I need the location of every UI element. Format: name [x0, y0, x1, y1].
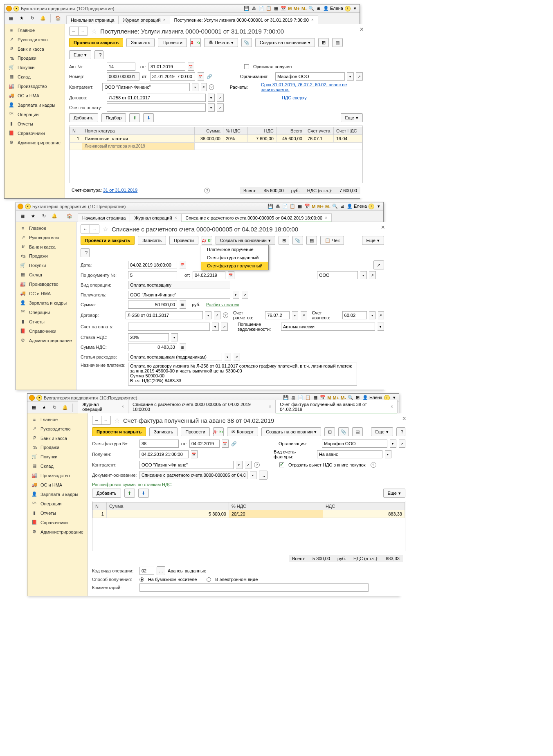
zoom-icon[interactable]: 🔍	[308, 6, 314, 11]
side-bank[interactable]: ₽Банк и касса	[4, 44, 65, 54]
dog-input[interactable]	[126, 311, 203, 319]
more-button[interactable]: Еще ▾	[341, 113, 363, 122]
side-main[interactable]: ≡Главное	[16, 224, 76, 233]
dropdown-icon[interactable]: ▾	[250, 471, 256, 479]
ellipsis-button[interactable]: ...	[259, 471, 268, 480]
tab-doc2[interactable]: Списание с расчетного счета 0000-000005 …	[128, 400, 276, 413]
check-button[interactable]: 📋 Чек	[320, 236, 344, 245]
side-refs[interactable]: 📕Справочники	[27, 518, 88, 527]
user-label[interactable]: 👤 Елена	[347, 204, 367, 209]
dropdown-icon[interactable]: ▾	[36, 395, 42, 401]
side-admin[interactable]: ⚙Администрирование	[4, 138, 65, 147]
list-button[interactable]: ▤	[352, 427, 363, 436]
side-purchases[interactable]: 🛒Покупки	[4, 63, 65, 72]
move-up-button[interactable]: ⬆	[129, 113, 140, 122]
move-up-button[interactable]: ⬆	[124, 489, 135, 498]
zoom-icon[interactable]: 🔍	[332, 204, 338, 209]
side-payroll[interactable]: 👤Зарплата и кадры	[4, 100, 65, 110]
user-label[interactable]: 👤 Елена	[323, 6, 343, 11]
pogash-input[interactable]	[281, 323, 375, 331]
grid-icon[interactable]: ▦	[297, 204, 303, 209]
dog-input[interactable]	[107, 94, 206, 102]
sf-date-input[interactable]	[189, 440, 220, 448]
favorites-icon[interactable]: ★	[28, 212, 38, 221]
org-input[interactable]	[275, 72, 345, 81]
structure-button[interactable]: ⊞	[279, 236, 289, 245]
dropdown-icon[interactable]: ▾	[385, 450, 391, 458]
panel-icon[interactable]: ⊞	[316, 6, 321, 11]
side-assets[interactable]: 🚚ОС и НМА	[4, 91, 65, 100]
table-row-note[interactable]: Лизинговый платеж за янв.2019	[70, 143, 362, 150]
vid-input[interactable]	[128, 281, 230, 289]
forward-icon[interactable]: →	[79, 27, 88, 35]
items-table[interactable]: N Номенклатура Сумма % НДС НДС Всего Сче…	[70, 127, 362, 150]
table-row[interactable]: 1 5 300,00 20/120 883,33	[92, 510, 405, 518]
back-icon[interactable]: ←	[81, 225, 90, 233]
calendar-icon[interactable]: 📅	[198, 72, 204, 81]
nazn-textarea[interactable]	[128, 363, 357, 386]
side-admin[interactable]: ⚙Администрирование	[27, 527, 88, 536]
star-icon[interactable]: ☆	[114, 417, 120, 424]
attach-button[interactable]: 📎	[338, 427, 349, 436]
structure-button[interactable]: ⊞	[324, 427, 335, 436]
sf-input[interactable]	[139, 440, 179, 448]
post-button[interactable]: Провести	[181, 427, 210, 436]
dd-payment-order[interactable]: Платежное поручение	[201, 245, 268, 253]
side-manager[interactable]: ↗Руководителю	[4, 35, 65, 44]
akt-date-input[interactable]	[148, 63, 185, 71]
calc-icon[interactable]: ▦	[180, 343, 186, 351]
side-production[interactable]: 🏭Производство	[4, 81, 65, 91]
list-button[interactable]: ▤	[332, 38, 343, 47]
close-icon[interactable]: ×	[360, 26, 364, 33]
side-refs[interactable]: 📕Справочники	[16, 326, 76, 336]
history-icon[interactable]: ↻	[39, 212, 49, 221]
open-icon[interactable]: ↗	[217, 103, 224, 112]
side-operations[interactable]: ᴰᴷОперации	[4, 110, 65, 119]
history-icon[interactable]: ↻	[50, 403, 60, 412]
radio-electronic[interactable]	[207, 577, 211, 582]
m-minus-icon[interactable]: M-	[325, 204, 330, 209]
help-button[interactable]: ?	[81, 248, 90, 257]
link-icon[interactable]: 🔗	[231, 441, 237, 446]
dropdown-icon[interactable]: ▾	[25, 204, 31, 209]
dropdown-icon[interactable]: ▾	[225, 353, 231, 361]
close-icon[interactable]: ×	[311, 18, 314, 22]
open-icon[interactable]: ↗	[242, 291, 248, 299]
side-admin[interactable]: ⚙Администрирование	[16, 336, 76, 345]
calendar-icon[interactable]: 📅	[228, 271, 234, 279]
side-main[interactable]: ≡Главное	[27, 415, 88, 424]
back-icon[interactable]: ←	[92, 416, 101, 424]
stat-input[interactable]	[128, 353, 222, 361]
menu-icon[interactable]: ▾	[376, 204, 382, 209]
side-main[interactable]: ≡Главное	[4, 26, 65, 35]
rasch-link[interactable]: Срок 31.01.2019, 76.07.2, 60.02, аванс н…	[261, 82, 363, 92]
add-button[interactable]: Добавить	[92, 489, 121, 498]
base-input[interactable]	[139, 471, 247, 479]
document-icon[interactable]: 📄	[282, 204, 288, 209]
dropdown-icon[interactable]: ▾	[236, 461, 243, 469]
dropdown-icon[interactable]: ▾	[208, 103, 215, 112]
side-production[interactable]: 🏭Производство	[16, 279, 76, 289]
side-assets[interactable]: 🚚ОС и НМА	[27, 480, 88, 489]
create-based-button[interactable]: Создать на основании ▾	[261, 427, 321, 436]
reflect-checkbox[interactable]	[279, 462, 284, 467]
ellipsis-button[interactable]: ...	[157, 566, 165, 575]
side-sales[interactable]: 🛍Продажи	[16, 251, 76, 260]
dropdown-icon[interactable]: ▾	[378, 323, 384, 331]
num-input[interactable]	[107, 72, 139, 81]
tab-home[interactable]: Начальная страница	[78, 213, 130, 222]
close-icon[interactable]: ×	[402, 415, 406, 422]
open-icon[interactable]: ↗	[369, 271, 376, 279]
close-icon[interactable]: ×	[381, 224, 385, 231]
structure-button[interactable]: ⊞	[318, 38, 329, 47]
calc-icon[interactable]: ▦	[180, 301, 186, 309]
dropdown-icon[interactable]: ▾	[360, 271, 367, 279]
apps-icon[interactable]: ▦	[6, 14, 16, 23]
stavka-input[interactable]	[128, 333, 169, 341]
radio-paper[interactable]	[139, 577, 144, 582]
notifications-icon[interactable]: 🔔	[38, 14, 48, 23]
akt-input[interactable]	[107, 63, 135, 71]
calendar-icon[interactable]: 📅	[188, 63, 194, 71]
document-icon[interactable]: 📄	[259, 6, 264, 11]
dropdown-icon[interactable]: ▾	[171, 333, 178, 341]
